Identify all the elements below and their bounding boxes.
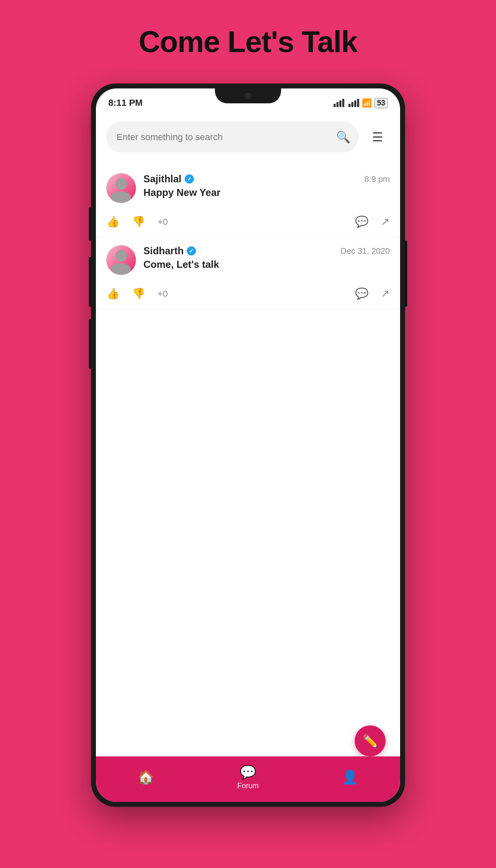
avatar-head xyxy=(115,178,127,190)
like-button[interactable]: 👍 xyxy=(106,215,119,228)
bar-2 xyxy=(336,102,339,107)
comment-icon: 💬 xyxy=(355,215,368,228)
fab-button[interactable]: ✏️ xyxy=(355,725,386,756)
profile-icon: 👤 xyxy=(342,769,358,785)
avatar-person xyxy=(106,245,136,275)
dislike-button[interactable]: 👎 xyxy=(132,287,145,300)
side-btn-right xyxy=(405,241,407,307)
side-btn-left-3 xyxy=(89,319,91,369)
post-name-group: Sajithlal ✓ xyxy=(143,173,194,185)
post-actions: 👍 👎 +0 💬 ↗ xyxy=(106,211,390,232)
bar-4 xyxy=(342,99,344,107)
avatar xyxy=(106,245,136,275)
share-icon: ↗ xyxy=(381,215,390,228)
avatar-body xyxy=(111,263,131,275)
post-name-group: Sidharth ✓ xyxy=(143,245,196,257)
thumbs-up-icon: 👍 xyxy=(106,287,119,300)
screen-content: 🔍 ☰ xyxy=(96,113,400,756)
thumbs-up-icon: 👍 xyxy=(106,215,119,228)
comment-icon: 💬 xyxy=(355,287,368,300)
bar-6 xyxy=(351,102,353,107)
nav-item-home[interactable]: 🏠 xyxy=(138,769,154,785)
post-time: 8:9 pm xyxy=(365,174,390,184)
post-content: Come, Let's talk xyxy=(143,259,390,270)
post-author-name: Sajithlal xyxy=(143,173,181,185)
bar-8 xyxy=(357,99,359,107)
share-icon: ↗ xyxy=(381,287,390,300)
post-name-row: Sajithlal ✓ 8:9 pm xyxy=(143,173,390,185)
thumbs-down-icon: 👎 xyxy=(132,215,145,228)
search-icon[interactable]: 🔍 xyxy=(336,130,351,144)
nav-item-forum[interactable]: 💬 Forum xyxy=(237,764,259,790)
post-meta: Sajithlal ✓ 8:9 pm Happy New Year xyxy=(143,173,390,198)
status-icons: 📶 53 xyxy=(334,98,388,108)
share-button[interactable]: ↗ xyxy=(381,215,390,228)
phone-frame: 8:11 PM 📶 53 xyxy=(91,83,405,807)
search-input-wrap[interactable]: 🔍 xyxy=(106,122,359,153)
page-title-text: Come Let's Talk xyxy=(139,25,358,59)
side-btn-left-1 xyxy=(89,207,91,241)
comment-button[interactable]: 💬 xyxy=(355,215,368,228)
avatar-body xyxy=(111,191,131,203)
post-time: Dec 31, 2020 xyxy=(341,246,390,256)
compose-icon: ✏️ xyxy=(362,734,378,748)
camera-dot xyxy=(245,93,251,99)
filter-icon: ☰ xyxy=(372,130,383,144)
comment-button[interactable]: 💬 xyxy=(355,287,368,300)
avatar-head xyxy=(115,250,127,262)
avatar xyxy=(106,173,136,203)
post-item: Sidharth ✓ Dec 31, 2020 Come, Let's talk… xyxy=(96,237,400,309)
post-name-row: Sidharth ✓ Dec 31, 2020 xyxy=(143,245,390,257)
verified-badge: ✓ xyxy=(185,174,194,184)
bar-1 xyxy=(334,104,336,107)
thumbs-down-icon: 👎 xyxy=(132,287,145,300)
bar-5 xyxy=(348,104,351,107)
signal-bars-1 xyxy=(334,99,344,107)
post-actions: 👍 👎 +0 💬 ↗ xyxy=(106,283,390,304)
battery-icon: 53 xyxy=(374,98,388,108)
side-btn-left-2 xyxy=(89,257,91,307)
bar-7 xyxy=(354,100,356,107)
verified-badge: ✓ xyxy=(187,246,196,255)
forum-label: Forum xyxy=(237,782,259,790)
search-input[interactable] xyxy=(117,132,332,143)
filter-button[interactable]: ☰ xyxy=(365,125,390,150)
post-score: +0 xyxy=(157,289,168,299)
post-meta: Sidharth ✓ Dec 31, 2020 Come, Let's talk xyxy=(143,245,390,270)
signal-bars-2 xyxy=(348,99,359,107)
home-icon: 🏠 xyxy=(138,769,154,785)
nav-item-profile[interactable]: 👤 xyxy=(342,769,358,785)
avatar-person xyxy=(106,173,136,203)
dislike-button[interactable]: 👎 xyxy=(132,215,145,228)
posts-list: Sajithlal ✓ 8:9 pm Happy New Year 👍 xyxy=(96,161,400,756)
search-bar-row: 🔍 ☰ xyxy=(96,113,400,161)
post-item: Sajithlal ✓ 8:9 pm Happy New Year 👍 xyxy=(96,165,400,237)
wifi-icon: 📶 xyxy=(362,98,372,108)
post-content: Happy New Year xyxy=(143,187,390,198)
post-author-name: Sidharth xyxy=(143,245,184,257)
bar-3 xyxy=(339,100,341,107)
forum-icon: 💬 xyxy=(240,764,256,780)
like-button[interactable]: 👍 xyxy=(106,287,119,300)
status-time: 8:11 PM xyxy=(108,98,143,108)
post-header: Sidharth ✓ Dec 31, 2020 Come, Let's talk xyxy=(106,245,390,275)
post-score: +0 xyxy=(157,217,168,227)
bottom-nav: 🏠 💬 Forum 👤 xyxy=(96,756,400,802)
phone-inner: 8:11 PM 📶 53 xyxy=(96,88,400,802)
notch xyxy=(215,88,281,103)
post-header: Sajithlal ✓ 8:9 pm Happy New Year xyxy=(106,173,390,203)
share-button[interactable]: ↗ xyxy=(381,287,390,300)
